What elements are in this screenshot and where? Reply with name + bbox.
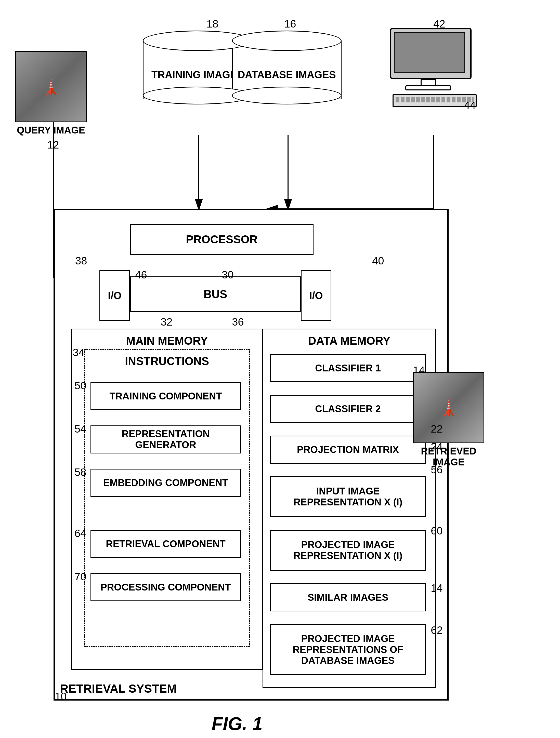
retrieved-image-box: 🗼 bbox=[413, 372, 484, 443]
io-left-number: 38 bbox=[75, 255, 87, 267]
instructions-number: 34 bbox=[73, 346, 85, 359]
num-30: 30 bbox=[222, 269, 234, 281]
embedding-component-box: EMBEDDING COMPONENT bbox=[90, 469, 241, 497]
data-memory-label: DATA MEMORY bbox=[268, 335, 430, 347]
embedding-comp-number: 58 bbox=[74, 466, 86, 478]
training-comp-number: 50 bbox=[74, 380, 86, 392]
num-46: 46 bbox=[135, 269, 147, 281]
similar-images-box: SIMILAR IMAGES bbox=[270, 584, 426, 612]
training-images-number: 18 bbox=[207, 18, 219, 30]
bus-box: BUS bbox=[130, 276, 301, 312]
processing-component-box: PROCESSING COMPONENT bbox=[90, 573, 241, 601]
database-images-label: DATABASE IMAGES bbox=[238, 69, 336, 80]
retrieval-component-box: RETRIEVAL COMPONENT bbox=[90, 530, 241, 558]
query-image-number: 12 bbox=[47, 139, 59, 151]
projected-db-box: PROJECTED IMAGE REPRESENTATIONS OF DATAB… bbox=[270, 624, 426, 675]
num-24: 24 bbox=[431, 441, 443, 453]
projected-image-rep-number: 60 bbox=[431, 525, 443, 537]
diagram: 🗼 QUERY IMAGE 12 18 TRAINING IMAGES 16 D… bbox=[0, 0, 560, 738]
representation-generator-box: REPRESENTATION GENERATOR bbox=[90, 425, 241, 453]
query-image-box: 🗼 bbox=[15, 51, 87, 122]
retrieval-comp-number: 64 bbox=[74, 527, 86, 539]
main-memory-label: MAIN MEMORY bbox=[77, 335, 257, 347]
rep-gen-number: 54 bbox=[74, 423, 86, 435]
figure-label: FIG. 1 bbox=[212, 713, 263, 734]
processor-box: PROCESSOR bbox=[130, 224, 313, 255]
retrieved-image-label: RETRIEVED IMAGE bbox=[408, 446, 489, 468]
io-right-box: I/O bbox=[301, 270, 331, 321]
io-right-number: 40 bbox=[372, 255, 384, 267]
retrieval-system-label: RETRIEVAL SYSTEM bbox=[60, 682, 177, 695]
instructions-label: INSTRUCTIONS bbox=[125, 355, 209, 368]
processing-comp-number: 70 bbox=[74, 571, 86, 583]
num-36: 36 bbox=[232, 316, 244, 328]
input-image-rep-box: INPUT IMAGE REPRESENTATION X (I) bbox=[270, 476, 426, 517]
query-image-label: QUERY IMAGE bbox=[13, 125, 89, 136]
training-component-box: TRAINING COMPONENT bbox=[90, 382, 241, 410]
num-22: 22 bbox=[431, 423, 443, 435]
projection-matrix-box: PROJECTION MATRIX bbox=[270, 436, 426, 464]
projected-db-number: 62 bbox=[431, 624, 443, 636]
retrieval-system-number: 10 bbox=[55, 690, 67, 703]
io-left-box: I/O bbox=[99, 270, 130, 321]
classifier2-box: CLASSIFIER 2 bbox=[270, 395, 426, 423]
training-images-label: TRAINING IMAGES bbox=[152, 69, 244, 80]
computer-sub-number: 44 bbox=[464, 99, 476, 111]
classifier1-box: CLASSIFIER 1 bbox=[270, 354, 426, 382]
database-images-number: 16 bbox=[284, 18, 296, 30]
similar-images-number: 14 bbox=[431, 582, 443, 594]
num-32: 32 bbox=[161, 316, 173, 328]
projected-image-rep-box: PROJECTED IMAGE REPRESENTATION X (I) bbox=[270, 530, 426, 571]
